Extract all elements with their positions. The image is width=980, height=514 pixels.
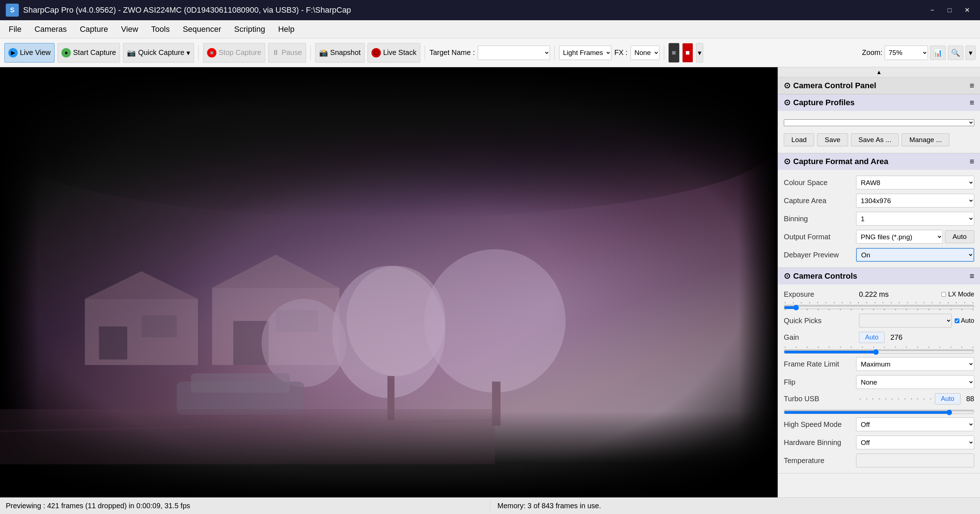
temperature-value: 35.7 (856, 454, 974, 467)
target-name-label: Target Name : (429, 48, 475, 57)
auto-checkbox[interactable]: Auto (955, 317, 974, 325)
binning-select[interactable]: 1 (856, 212, 974, 226)
profiles-menu-icon[interactable]: ≡ (969, 98, 974, 107)
debayer-value: On (856, 248, 974, 262)
color-btn-3[interactable]: ▾ (696, 43, 703, 62)
maximize-button[interactable]: □ (942, 5, 957, 16)
profile-select[interactable] (784, 119, 974, 126)
exposure-value: 0.222 ms (859, 290, 939, 299)
save-button[interactable]: Save (817, 134, 848, 146)
save-as-button[interactable]: Save As ... (851, 134, 899, 146)
stop-capture-button[interactable]: ■ Stop Capture (203, 43, 265, 62)
capture-area-value: 1304x976 (856, 194, 974, 207)
colour-space-label: Colour Space (784, 178, 856, 187)
menu-tools[interactable]: Tools (145, 22, 175, 36)
live-stack-button[interactable]: ⬡ Live Stack (368, 43, 420, 62)
close-button[interactable]: ✕ (960, 5, 974, 16)
status-left: Previewing : 421 frames (11 dropped) in … (6, 502, 483, 510)
color-btn-2[interactable]: ■ (682, 43, 693, 62)
menu-cameras[interactable]: Cameras (29, 22, 72, 36)
format-title: Capture Format and Area (793, 157, 888, 166)
start-capture-button[interactable]: ● Start Capture (57, 43, 120, 62)
quick-picks-row: Quick Picks Auto (778, 312, 980, 329)
sidebar-header: ⊙ Camera Control Panel ≡ (778, 77, 980, 94)
capture-format-header[interactable]: ⊙ Capture Format and Area ≡ (778, 153, 980, 170)
slider-dots-1 (784, 302, 974, 303)
lx-mode-checkbox[interactable]: LX Mode (941, 291, 974, 298)
zoom-select[interactable]: 75% (885, 46, 928, 60)
capture-profiles-header[interactable]: ⊙ Capture Profiles ≡ (778, 94, 980, 111)
colour-space-value: RAW8 (856, 176, 974, 189)
auto-checkbox-input[interactable] (955, 318, 959, 323)
turbo-auto-button[interactable]: Auto (935, 393, 961, 404)
quick-picks-select[interactable] (859, 314, 952, 328)
svg-rect-15 (191, 373, 290, 393)
menu-help[interactable]: Help (272, 22, 300, 36)
format-menu-icon[interactable]: ≡ (969, 157, 974, 166)
zoom-area: Zoom: 75% 📊 🔍 ▾ (862, 46, 976, 60)
menu-capture[interactable]: Capture (74, 22, 114, 36)
capture-format-section: ⊙ Capture Format and Area ≡ Colour Space… (778, 153, 980, 268)
gain-slider-dots-1 (784, 347, 974, 348)
frame-rate-row: Frame Rate Limit Maximum (778, 355, 980, 373)
debayer-label: Debayer Preview (784, 251, 856, 259)
live-view-button[interactable]: ▶ Live View (4, 43, 54, 62)
camera-controls-header[interactable]: ⊙ Camera Controls ≡ (778, 268, 980, 285)
high-speed-value: Off (856, 417, 974, 431)
turbo-usb-label: Turbo USB (784, 395, 856, 403)
debayer-preview-row: Debayer Preview On (778, 246, 980, 264)
camera-controls-section: ⊙ Camera Controls ≡ Exposure 0.222 ms LX… (778, 268, 980, 474)
color-icon-red: ■ (686, 48, 690, 57)
more-button[interactable]: ▾ (966, 46, 976, 60)
zoom-label: Zoom: (862, 48, 883, 57)
frame-rate-select[interactable]: Maximum (856, 357, 974, 371)
profiles-title: Capture Profiles (793, 98, 854, 107)
histogram-button[interactable]: 📊 (930, 46, 946, 60)
capture-area-select[interactable]: 1304x976 (856, 194, 974, 207)
gain-auto-button[interactable]: Auto (859, 332, 885, 343)
output-format-select[interactable]: PNG files (*.png) (856, 230, 943, 243)
high-speed-label: High Speed Mode (784, 420, 856, 429)
load-button[interactable]: Load (784, 134, 814, 146)
panel-title: Camera Control Panel (793, 81, 876, 91)
minimize-button[interactable]: − (925, 5, 940, 16)
target-name-select[interactable] (478, 46, 550, 60)
light-frames-select[interactable]: Light Frames (559, 46, 611, 60)
menu-view[interactable]: View (115, 22, 144, 36)
debayer-select[interactable]: On (856, 248, 974, 262)
pause-button[interactable]: ⏸ Pause (268, 43, 306, 62)
exposure-slider-row (778, 301, 980, 312)
gain-row: Gain Auto 276 (778, 329, 980, 345)
color-btn-1[interactable]: ■ (668, 43, 679, 62)
flip-select[interactable]: None (856, 375, 974, 389)
fx-select[interactable]: None (630, 46, 659, 60)
frame-rate-value: Maximum (856, 357, 974, 371)
menu-file[interactable]: File (3, 22, 27, 36)
turbo-slider[interactable] (784, 409, 974, 415)
manage-button[interactable]: Manage ... (902, 134, 949, 146)
zoom-fit-button[interactable]: 🔍 (948, 46, 963, 60)
panel-collapse-icon[interactable]: ⊙ (784, 81, 790, 91)
colour-space-select[interactable]: RAW8 (856, 176, 974, 189)
menu-sequencer[interactable]: Sequencer (177, 22, 227, 36)
controls-menu-icon[interactable]: ≡ (969, 272, 974, 281)
profile-dropdown-row (778, 115, 980, 130)
toolbar-separator-2 (310, 46, 311, 60)
pause-icon: ⏸ (272, 48, 279, 57)
hardware-binning-select[interactable]: Off (856, 436, 974, 449)
scroll-up-button[interactable]: ▲ (778, 67, 980, 77)
high-speed-select[interactable]: Off (856, 417, 974, 431)
toolbar-separator-5 (664, 46, 664, 60)
menu-scripting[interactable]: Scripting (228, 22, 271, 36)
gain-slider[interactable] (784, 349, 974, 355)
lx-mode-input[interactable] (941, 292, 946, 297)
quick-capture-button[interactable]: 📷 Quick Capture ▾ (123, 43, 194, 62)
panel-menu-icon[interactable]: ≡ (969, 81, 974, 91)
flip-label: Flip (784, 378, 856, 387)
svg-rect-16 (0, 409, 495, 465)
snapshot-button[interactable]: 📸 Snapshot (315, 43, 365, 62)
auto-button[interactable]: Auto (945, 230, 974, 243)
exposure-slider[interactable] (784, 305, 974, 310)
sidebar-header-left: ⊙ Camera Control Panel (784, 81, 876, 91)
dropdown-arrow-icon: ▾ (186, 48, 190, 57)
